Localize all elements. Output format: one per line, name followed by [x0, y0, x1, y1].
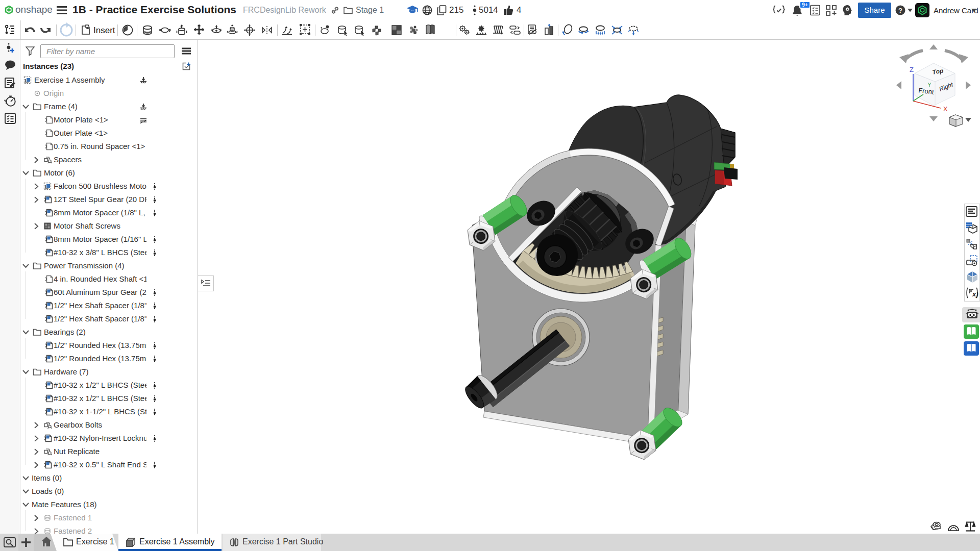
svg-text:x): x) — [972, 290, 978, 298]
svg-text:Y: Y — [927, 82, 932, 88]
svg-text:Insert: Insert — [93, 26, 115, 35]
svg-text:?: ? — [898, 7, 902, 14]
svg-text:X: X — [943, 105, 948, 113]
svg-text:Z: Z — [910, 66, 914, 73]
